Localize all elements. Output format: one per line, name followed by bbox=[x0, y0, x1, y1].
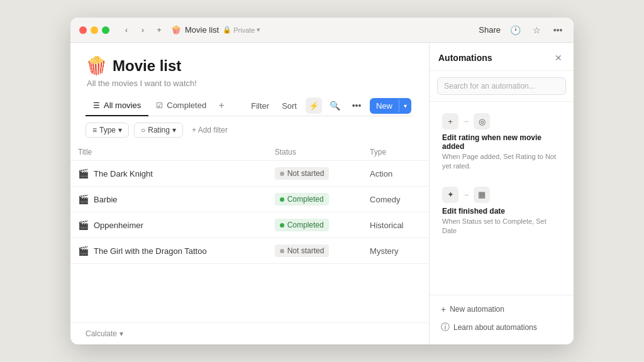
movie-icon: 🎬 bbox=[78, 220, 89, 230]
titlebar-title: 🍿 Movie list 🔒 Private ▾ bbox=[171, 25, 260, 35]
movie-title: Oppenheimer bbox=[94, 221, 143, 230]
automation-item[interactable]: ✦ → ▦ Edit finished date When Status set… bbox=[433, 180, 570, 243]
sort-button[interactable]: Sort bbox=[278, 99, 301, 113]
add-page-button[interactable]: + bbox=[152, 23, 166, 37]
new-button-arrow[interactable]: ▾ bbox=[399, 99, 411, 112]
learn-automations-button[interactable]: ⓘ Learn about automations bbox=[438, 318, 565, 337]
add-filter-button[interactable]: + Add filter bbox=[188, 123, 231, 137]
add-tab-button[interactable]: + bbox=[214, 98, 229, 113]
trigger-icon: ✦ bbox=[442, 187, 458, 203]
panel-search bbox=[430, 71, 574, 102]
automation-item[interactable]: + → ◎ Edit rating when new movie added W… bbox=[433, 107, 570, 178]
status-dot bbox=[280, 172, 284, 176]
star-button[interactable]: ☆ bbox=[530, 23, 543, 37]
chevron-down-icon: ▾ bbox=[257, 26, 260, 34]
table-header-row: Title Status Type bbox=[70, 144, 429, 161]
panel-close-button[interactable]: ✕ bbox=[552, 52, 565, 64]
calculate-row[interactable]: Calculate ▾ bbox=[70, 322, 429, 344]
page-subtitle: All the movies I want to watch! bbox=[86, 79, 414, 88]
titlebar-nav: ‹ › + bbox=[119, 23, 166, 37]
cell-status: Completed bbox=[267, 212, 362, 238]
forward-button[interactable]: › bbox=[136, 23, 150, 37]
share-button[interactable]: Share bbox=[479, 25, 501, 35]
automation-icons: ✦ → ▦ bbox=[442, 187, 561, 203]
table-area: Title Status Type 🎬The Dark KnightNot st… bbox=[70, 144, 429, 322]
minimize-button[interactable] bbox=[91, 26, 98, 34]
filter-button[interactable]: Filter bbox=[247, 99, 273, 113]
check-icon: ☑ bbox=[156, 101, 163, 110]
table-row: 🎬The Dark KnightNot startedAction bbox=[70, 161, 429, 187]
page-header: 🍿 Movie list All the movies I want to wa… bbox=[70, 43, 429, 116]
automation-icons: + → ◎ bbox=[442, 113, 561, 129]
chevron-down-icon: ▾ bbox=[118, 126, 122, 134]
col-type: Type bbox=[362, 144, 429, 161]
movie-title: Barbie bbox=[94, 195, 118, 204]
target-icon: ◎ bbox=[474, 113, 490, 129]
page-title-row: 🍿 Movie list bbox=[86, 55, 414, 76]
panel-header: Automations ✕ bbox=[430, 43, 574, 71]
plus-icon: + bbox=[441, 304, 446, 314]
panel-title: Automations bbox=[438, 53, 492, 63]
automation-title: Edit rating when new movie added bbox=[442, 133, 561, 151]
tabs: ☰ All movies ☑ Completed + bbox=[86, 96, 229, 116]
more-button[interactable]: ••• bbox=[551, 23, 565, 37]
maximize-button[interactable] bbox=[102, 26, 109, 34]
cell-type: Mystery bbox=[362, 238, 429, 264]
col-title: Title bbox=[70, 144, 267, 161]
movie-icon: 🎬 bbox=[78, 246, 89, 256]
movie-title: The Girl with the Dragon Tattoo bbox=[94, 246, 207, 256]
new-automation-button[interactable]: + New automation bbox=[438, 300, 565, 318]
movie-icon: 🎬 bbox=[78, 168, 89, 178]
new-button-main[interactable]: New bbox=[370, 98, 399, 114]
toolbar-right: Filter Sort ⚡ 🔍 ••• New ▾ bbox=[247, 97, 414, 114]
status-dot bbox=[280, 197, 284, 202]
content: 🍿 Movie list All the movies I want to wa… bbox=[70, 43, 574, 344]
status-dot bbox=[280, 249, 284, 253]
page-emoji: 🍿 bbox=[86, 55, 108, 76]
tabs-toolbar: ☰ All movies ☑ Completed + Filter Sort ⚡ bbox=[86, 96, 414, 116]
chevron-down-icon: ▾ bbox=[172, 126, 176, 134]
cell-title: 🎬Barbie bbox=[70, 187, 267, 212]
cell-type: Comedy bbox=[362, 187, 429, 212]
status-badge: Not started bbox=[275, 244, 330, 257]
tab-completed[interactable]: ☑ Completed bbox=[148, 96, 214, 116]
search-button[interactable]: 🔍 bbox=[327, 97, 343, 114]
status-dot bbox=[280, 223, 284, 228]
type-filter[interactable]: ≡ Type ▾ bbox=[86, 123, 129, 138]
list-icon: ☰ bbox=[93, 101, 100, 110]
arrow-icon: → bbox=[462, 190, 470, 199]
cell-title: 🎬The Girl with the Dragon Tattoo bbox=[70, 238, 267, 264]
col-status: Status bbox=[267, 144, 362, 161]
trigger-icon: + bbox=[442, 113, 458, 129]
movies-table: Title Status Type 🎬The Dark KnightNot st… bbox=[70, 144, 429, 264]
chevron-down-icon: ▾ bbox=[119, 329, 123, 338]
more-options-button[interactable]: ••• bbox=[348, 97, 365, 114]
status-badge: Completed bbox=[275, 219, 329, 231]
page-title: Movie list bbox=[113, 57, 181, 75]
page-title-text: Movie list bbox=[185, 25, 219, 35]
history-button[interactable]: 🕐 bbox=[508, 23, 522, 37]
close-button[interactable] bbox=[79, 26, 87, 34]
table-row: 🎬OppenheimerCompletedHistorical bbox=[70, 212, 429, 238]
cell-type: Action bbox=[362, 161, 429, 187]
back-button[interactable]: ‹ bbox=[119, 23, 133, 37]
movie-title: The Dark Knight bbox=[94, 169, 153, 178]
titlebar-right: Share 🕐 ☆ ••• bbox=[479, 23, 565, 37]
status-badge: Completed bbox=[275, 193, 329, 206]
automation-search-input[interactable] bbox=[437, 77, 566, 95]
automations-panel: Automations ✕ + → ◎ Edit rating when new… bbox=[429, 43, 574, 344]
tab-all-movies[interactable]: ☰ All movies bbox=[86, 96, 148, 116]
target-icon: ▦ bbox=[474, 187, 490, 203]
new-button[interactable]: New ▾ bbox=[370, 98, 411, 114]
info-icon: ⓘ bbox=[441, 322, 450, 333]
movie-icon: 🎬 bbox=[78, 194, 89, 204]
automation-items: + → ◎ Edit rating when new movie added W… bbox=[430, 102, 574, 295]
page-emoji-small: 🍿 bbox=[171, 25, 181, 35]
automations-button[interactable]: ⚡ bbox=[306, 97, 322, 114]
table-row: 🎬BarbieCompletedComedy bbox=[70, 187, 429, 212]
status-badge: Not started bbox=[275, 167, 330, 180]
rating-filter-icon: ○ bbox=[141, 126, 145, 134]
lock-icon: 🔒 bbox=[223, 26, 231, 34]
rating-filter[interactable]: ○ Rating ▾ bbox=[134, 123, 183, 138]
traffic-lights bbox=[79, 26, 109, 34]
